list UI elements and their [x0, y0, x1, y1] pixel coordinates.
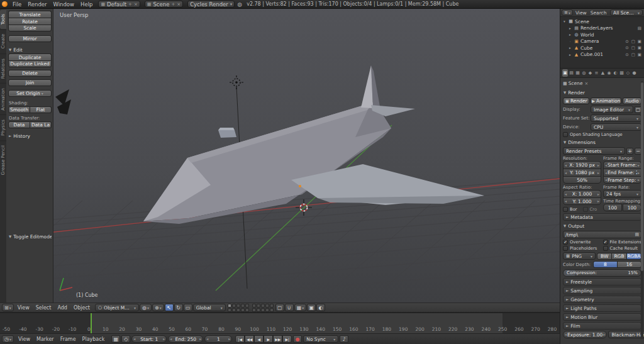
join-button[interactable]: Join	[8, 79, 52, 86]
jump-to-start-button[interactable]: |◀	[235, 335, 245, 343]
layer-toggle[interactable]	[265, 308, 269, 312]
exposure-field[interactable]: ◂Exposure: 1.00▸	[563, 331, 607, 338]
lock-to-scene-icon[interactable]: ▢	[275, 304, 284, 311]
light-paths-panel-header[interactable]: ►Light Paths	[563, 304, 641, 312]
manipulator-rotate-icon[interactable]: ↻	[174, 304, 183, 311]
layer-toggle[interactable]	[252, 304, 256, 308]
editor-type-selector[interactable]: ⊞▾	[2, 304, 14, 311]
properties-tab-render-icon[interactable]: ▣	[562, 69, 568, 77]
outliner-filter-dropdown[interactable]: All Scenes▾	[610, 9, 643, 16]
layers-group-1[interactable]	[228, 304, 249, 312]
depth-16-button[interactable]: 16	[618, 261, 641, 268]
outliner-item-cube[interactable]: ▸▲Cube⊙ ▢ ▣	[560, 45, 644, 52]
viewport-menu-object[interactable]: Object	[70, 305, 93, 311]
record-button[interactable]: ●	[293, 335, 302, 343]
menu-window[interactable]: Window	[50, 1, 78, 8]
layer-toggle[interactable]	[228, 304, 231, 308]
start-frame-field-props[interactable]: ◂Start Frame: 1▸	[603, 161, 641, 169]
layer-toggle[interactable]	[257, 304, 260, 308]
properties-scrollbar[interactable]	[641, 81, 643, 339]
layer-toggle[interactable]	[261, 308, 265, 312]
color-bw-button[interactable]: BW	[597, 253, 612, 260]
outliner-item-scene[interactable]: ▾▦Scene	[560, 18, 644, 25]
layer-toggle[interactable]	[245, 308, 249, 312]
restrict-toggles[interactable]: ⊙ ▢ ▣	[625, 39, 644, 44]
render-panel-header[interactable]: ▼Render	[563, 89, 641, 96]
freestyle-panel-header[interactable]: ►Freestyle	[563, 278, 641, 286]
play-reverse-button[interactable]: ◀	[254, 335, 264, 343]
pivot-point-dropdown[interactable]: ⊕▾	[152, 304, 164, 311]
render-engine-selector[interactable]: Cycles Render ▾	[187, 1, 235, 8]
data-transfer-button[interactable]: Data	[8, 121, 30, 128]
viewport-menu-view[interactable]: View	[14, 305, 33, 311]
properties-tab-constraints-icon[interactable]: ≡	[594, 69, 599, 77]
render-button[interactable]: ▣ Render	[563, 97, 589, 104]
close-scene-icon[interactable]: ×	[177, 2, 180, 7]
outliner-item-cube-001[interactable]: ▸▲Cube.001⊙ ▢ ▣	[560, 52, 644, 58]
audio-mute-icon[interactable]: ♪	[340, 335, 348, 343]
end-frame-field[interactable]: ◂End: 250▸	[168, 335, 203, 343]
expand-icon[interactable]: ▾	[562, 19, 567, 23]
expand-icon[interactable]: ·	[568, 40, 572, 43]
layer-toggle[interactable]	[228, 308, 231, 312]
placeholders-checkbox[interactable]: Placeholders	[563, 246, 602, 251]
render-animation-button[interactable]: ▶ Animation	[591, 97, 621, 104]
rotate-button[interactable]: Rotate	[8, 18, 52, 25]
properties-tab-physics-icon[interactable]: ●	[631, 69, 637, 77]
resolution-x-field[interactable]: ◂X: 1920 px▸	[563, 161, 601, 169]
layer-toggle[interactable]	[270, 304, 274, 308]
camera-object[interactable]	[55, 89, 71, 114]
compression-slider[interactable]: Compression: 15%	[563, 269, 641, 277]
output-path-field[interactable]: /tmp\ ▤	[563, 231, 641, 238]
next-keyframe-button[interactable]: ▶▶	[273, 335, 282, 343]
outliner-item-label[interactable]: Scene	[575, 19, 644, 25]
viewport-menu-add[interactable]: Add	[54, 305, 70, 311]
render-presets-dropdown[interactable]: Render Presets▾	[563, 147, 625, 155]
tool-shelf-tab-animation[interactable]: Animation	[0, 83, 6, 115]
properties-tab-object-icon[interactable]: ◆	[587, 69, 593, 77]
mode-dropdown[interactable]: ○ Object Mode▾	[95, 304, 139, 311]
sampling-panel-header[interactable]: ►Sampling	[563, 287, 641, 294]
output-panel-header[interactable]: ▼Output	[563, 222, 641, 230]
timeline-menu-view[interactable]: View	[15, 336, 33, 342]
cache-result-checkbox[interactable]: Cache Result	[603, 246, 642, 251]
osl-checkbox[interactable]: Open Shading Language	[563, 132, 641, 137]
depth-8-button[interactable]: 8	[593, 261, 618, 268]
timeline-ruler[interactable]: -50-40-30-20-100102030405060708090100110…	[0, 313, 560, 333]
remap-new-field[interactable]: 100	[623, 204, 641, 211]
layer-toggle[interactable]	[270, 308, 274, 312]
menu-render[interactable]: Render	[25, 1, 50, 8]
sync-mode-dropdown[interactable]: No Sync▾	[303, 335, 338, 343]
properties-tab-data-icon[interactable]: ◉	[606, 69, 612, 77]
viewport-3d[interactable]: User Persp (1) Cube	[53, 9, 560, 302]
expand-icon[interactable]: ▸	[568, 46, 572, 50]
color-rgb-button[interactable]: RGB	[612, 253, 626, 260]
overwrite-checkbox[interactable]: ✓Overwrite	[563, 240, 602, 245]
screen-layout-selector[interactable]: ▦ Default + ×	[98, 1, 140, 8]
outliner-menu-view[interactable]: View	[574, 10, 589, 16]
outliner-item-label[interactable]: World	[580, 32, 644, 38]
operator-redo-panel-header[interactable]: ▼Toggle Editmode	[8, 233, 52, 240]
outliner-item-camera[interactable]: ·▣Camera⊙ ▢ ▣	[560, 38, 644, 45]
render-audio-button[interactable]: Audio	[623, 97, 641, 104]
properties-tab-render-layers-icon[interactable]: ▤	[569, 69, 574, 77]
feature-set-dropdown[interactable]: Supported▾	[591, 114, 641, 122]
current-frame-field[interactable]: ◂1▸	[204, 335, 232, 343]
menu-file[interactable]: File	[9, 1, 25, 8]
layer-toggle[interactable]	[261, 304, 265, 308]
breadcrumb-unlink-icon[interactable]: ×	[585, 81, 589, 86]
manipulator-translate-icon[interactable]: ↖	[165, 304, 174, 311]
restrict-toggles[interactable]: ⊙ ▢ ▣	[625, 52, 644, 57]
layer-toggle[interactable]	[236, 308, 240, 312]
outliner-item-renderlayers[interactable]: ▸▤RenderLayers▤	[560, 25, 644, 32]
border-checkbox[interactable]: Bor	[563, 207, 582, 212]
outliner-item-label[interactable]: RenderLayers	[580, 25, 636, 31]
scale-button[interactable]: Scale	[8, 25, 52, 31]
keying-set-icon[interactable]: ◇	[121, 335, 130, 343]
set-origin-menu[interactable]: Set Origin▾	[8, 90, 52, 97]
motion-blur-panel-header[interactable]: ►Motion Blur	[563, 313, 641, 321]
airplane-model[interactable]	[143, 65, 484, 224]
timeline-editor-icon[interactable]: ◷▾	[2, 335, 14, 343]
layer-toggle[interactable]	[241, 304, 245, 308]
mirror-button[interactable]: Mirror	[8, 35, 52, 42]
